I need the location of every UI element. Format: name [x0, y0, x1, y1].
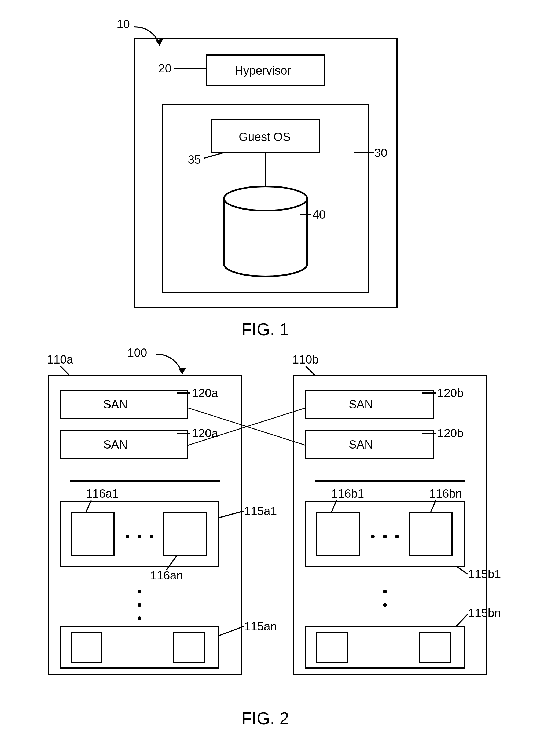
node-left-bot-1 — [71, 633, 102, 662]
ref-host: 10 — [117, 17, 130, 31]
ref-disk: 40 — [312, 208, 326, 221]
san-right-top-label: SAN — [349, 397, 373, 411]
svg-point-8 — [383, 535, 387, 538]
node-right-top-1 — [316, 512, 360, 555]
san-left-top-ref: 120a — [192, 386, 218, 399]
fig1-caption: FIG. 1 — [241, 320, 289, 339]
san-left-bottom-ref: 120a — [192, 426, 218, 440]
ref-server-right-bot: 115bn — [468, 606, 501, 619]
san-right-bottom-label: SAN — [349, 438, 373, 451]
san-left-top-label: SAN — [103, 397, 127, 411]
svg-point-0 — [224, 186, 307, 211]
svg-point-9 — [395, 535, 399, 538]
ref-rack-right: 110b — [292, 353, 319, 366]
san-left-bottom-label: SAN — [103, 438, 127, 451]
ref-guest-os: 35 — [188, 153, 201, 166]
node-right-bot-1 — [316, 633, 347, 662]
rack-right: 110b SAN 120b SAN 120b 116b1 — [292, 353, 501, 675]
svg-point-7 — [371, 535, 375, 538]
ref-server-left-bot: 115an — [244, 620, 277, 633]
node-right-top-n — [409, 512, 452, 555]
node-left-bot-n — [174, 633, 205, 662]
svg-point-3 — [150, 535, 153, 538]
ref-node-right-1: 116b1 — [331, 487, 364, 500]
san-right-top-ref: 120b — [437, 386, 464, 399]
rack-left: 110a SAN 120a SAN 120a 116a1 — [47, 353, 277, 675]
ref-rack-left: 110a — [47, 353, 73, 366]
leader-110b — [306, 366, 315, 376]
ref-system: 100 — [127, 346, 147, 359]
ref-server-right-top: 115b1 — [468, 567, 501, 580]
figure-1: 10 Hypervisor 20 30 Guest OS 35 40 — [117, 17, 397, 339]
svg-point-6 — [138, 616, 141, 620]
svg-point-11 — [383, 603, 387, 607]
node-left-top-1 — [71, 512, 114, 555]
ref-server-left-top: 115a1 — [244, 504, 277, 518]
ref-hypervisor: 20 — [158, 62, 172, 75]
svg-point-5 — [138, 603, 141, 607]
ref-node-left-1: 116a1 — [86, 487, 119, 500]
node-left-top-n — [164, 512, 206, 555]
fig2-caption: FIG. 2 — [241, 709, 289, 728]
guest-os-label: Guest OS — [239, 130, 290, 143]
ref-node-right-n: 116bn — [429, 487, 462, 500]
figure-2: 100 110a SAN 120a SAN 120a — [47, 346, 501, 728]
svg-point-1 — [125, 535, 129, 538]
leader-110a — [60, 366, 70, 376]
ref-node-left-n: 116an — [150, 569, 183, 582]
svg-point-2 — [138, 535, 141, 538]
node-right-bot-n — [419, 633, 450, 662]
diagram-canvas: 10 Hypervisor 20 30 Guest OS 35 40 — [0, 0, 533, 756]
svg-point-4 — [138, 590, 141, 593]
arrow-100-head — [178, 367, 186, 374]
ref-vm: 30 — [374, 146, 387, 159]
hypervisor-label: Hypervisor — [235, 64, 291, 77]
san-right-bottom-ref: 120b — [437, 426, 464, 440]
arrow-100 — [156, 354, 182, 374]
svg-point-10 — [383, 590, 387, 593]
